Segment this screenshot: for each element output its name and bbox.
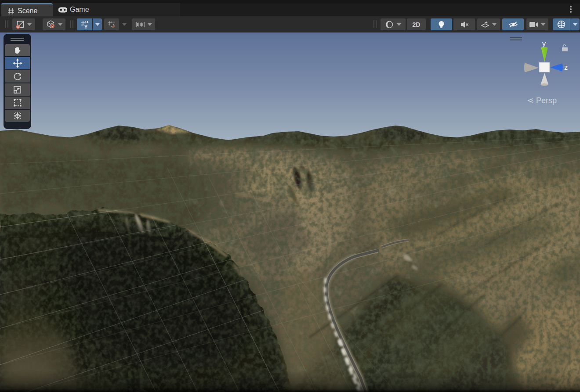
- svg-text:Y: Y: [84, 24, 87, 29]
- svg-text:y: y: [542, 40, 546, 47]
- svg-text:z: z: [564, 64, 568, 71]
